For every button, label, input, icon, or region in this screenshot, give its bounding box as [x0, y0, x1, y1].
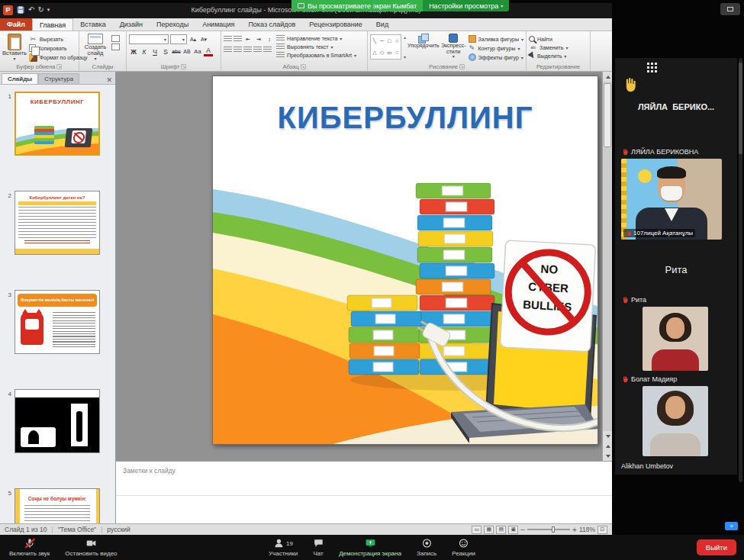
panel-scrollbar-thumb[interactable] — [739, 63, 742, 154]
tab-transitions[interactable]: Переходы — [150, 18, 195, 31]
replace-button[interactable]: abЗаменить▾ — [529, 43, 588, 51]
notes-pane[interactable]: Заметки к слайду — [116, 461, 612, 523]
panel-close-icon[interactable]: ✕ — [106, 76, 112, 84]
stop-video-button[interactable]: Остановить видео — [57, 535, 124, 560]
scroll-up-icon[interactable] — [603, 72, 612, 82]
slide-thumbnail-3[interactable]: 3 Әлеуметтік желінің басты мәселесі — [0, 290, 116, 357]
tab-view[interactable]: Вид — [369, 18, 395, 31]
share-screen-button[interactable]: Демонстрация экрана — [331, 535, 409, 560]
video-tile-woman-red[interactable] — [643, 307, 708, 371]
zoom-in-button[interactable]: + — [572, 526, 577, 534]
slideshow-button[interactable]: ▣ — [508, 526, 518, 534]
reading-view-button[interactable]: ▤ — [496, 526, 506, 534]
thumb1-no-cyber-sign — [71, 130, 86, 143]
slide-thumbnail-2[interactable]: 2 Кибербуллинг деген не? — [0, 191, 116, 258]
change-case-button[interactable]: Аа — [193, 47, 202, 56]
font-dialog-launcher[interactable]: ↘ — [181, 64, 186, 69]
shape-outline-button[interactable]: ✎Контур фигуры▾ — [469, 44, 523, 52]
zoom-slider-thumb[interactable] — [552, 526, 555, 533]
vertical-scrollbar[interactable] — [602, 72, 612, 461]
normal-view-button[interactable]: ▭ — [472, 526, 482, 534]
shrink-font-button[interactable]: А▾ — [199, 34, 208, 44]
align-right-icon[interactable] — [243, 47, 252, 53]
slide-title[interactable]: КИБЕРБУЛЛИНГ — [213, 101, 597, 135]
zoom-percentage[interactable]: 118% — [579, 526, 595, 533]
grow-font-button[interactable]: А▴ — [188, 34, 198, 44]
shapes-gallery[interactable]: ╲─□○△◇▭☆ — [370, 34, 401, 60]
paste-button[interactable]: Вставить ▾ — [2, 33, 27, 62]
slide-sorter-button[interactable]: ▦ — [484, 526, 494, 534]
font-color-button[interactable]: А — [204, 47, 213, 56]
clipboard-dialog-launcher[interactable]: ↘ — [56, 64, 62, 69]
new-slide-button[interactable]: Создать слайд ▾ — [82, 33, 109, 62]
tab-insert[interactable]: Вставка — [73, 18, 112, 31]
smartart-button[interactable]: Преобразовать в SmartArt▾ — [276, 52, 356, 59]
zoom-slider[interactable] — [527, 529, 570, 530]
thumb1-title: КИБЕРБУЛЛИНГ — [16, 98, 98, 105]
video-tile-woman-grey[interactable] — [643, 386, 708, 456]
drawing-dialog-launcher[interactable]: ↘ — [459, 64, 465, 69]
find-button[interactable]: Найти — [529, 36, 588, 42]
tab-slides-panel[interactable]: Слайды — [2, 73, 38, 84]
text-shadow-button[interactable]: S — [161, 47, 170, 56]
quick-styles-button[interactable]: Экспресс-стили ▾ — [441, 33, 466, 62]
reactions-button[interactable]: Реакции — [444, 535, 483, 560]
shape-fill-button[interactable]: Заливка фигуры▾ — [469, 35, 523, 43]
tab-animation[interactable]: Анимация — [195, 18, 241, 31]
underline-button[interactable]: Ч — [150, 47, 159, 56]
reset-button[interactable] — [111, 35, 120, 42]
italic-button[interactable]: К — [140, 47, 149, 56]
align-left-icon[interactable] — [224, 47, 232, 53]
view-settings-button[interactable]: Настройки просмотра ▾ — [423, 0, 509, 11]
arrange-button[interactable]: Упорядочить — [408, 33, 439, 62]
bold-button[interactable]: Ж — [129, 47, 138, 56]
next-slide-button[interactable] — [603, 451, 612, 461]
section-button[interactable] — [111, 43, 120, 50]
text-direction-button[interactable]: Направление текста▾ — [276, 35, 356, 42]
shape-effects-button[interactable]: Эффекты фигур▾ — [469, 53, 523, 61]
video-tile-teacher[interactable]: 107лицей Ақатанұлы — [621, 159, 722, 240]
slide-canvas[interactable]: NO CYBER BULLIES — [212, 76, 598, 445]
tab-slideshow[interactable]: Показ слайдов — [241, 18, 302, 31]
paragraph-dialog-launcher[interactable]: ↘ — [301, 64, 306, 69]
align-center-icon[interactable] — [234, 47, 242, 53]
previous-slide-button[interactable] — [603, 441, 612, 451]
video-off-participant-name[interactable]: Рита — [615, 264, 737, 275]
shapes-gallery-scroll[interactable]: ▴▾ — [404, 34, 406, 60]
line-spacing-icon[interactable]: ↕ — [265, 34, 274, 44]
select-button[interactable]: Выделить▾ — [529, 53, 588, 59]
zoom-floating-control[interactable] — [720, 3, 740, 15]
font-size-select[interactable]: ▾ — [170, 34, 187, 44]
decrease-indent-icon[interactable]: ⇤ — [243, 34, 253, 44]
slide-thumbnail-4[interactable]: 4 — [0, 389, 116, 456]
tab-review[interactable]: Рецензирование — [302, 18, 369, 31]
bullets-icon[interactable] — [224, 36, 232, 43]
increase-indent-icon[interactable]: ⇥ — [254, 34, 263, 44]
font-name-select[interactable]: ▾ — [129, 34, 169, 44]
character-spacing-button[interactable]: АВ — [182, 47, 192, 56]
gallery-view-icon[interactable] — [647, 63, 657, 72]
zoom-out-button[interactable]: − — [520, 526, 525, 534]
leave-button[interactable]: Выйти — [697, 539, 736, 555]
slide-thumbnail-1[interactable]: 1 КИБЕРБУЛЛИНГ — [0, 92, 116, 159]
align-text-button[interactable]: Выровнять текст▾ — [276, 43, 356, 50]
fit-to-window-button[interactable]: ⊡ — [597, 526, 607, 534]
chat-button[interactable]: Чат — [305, 535, 331, 560]
justify-icon[interactable] — [253, 47, 262, 53]
scroll-indicator-button[interactable]: ≡ — [725, 522, 738, 530]
strikethrough-button[interactable]: abc — [172, 47, 181, 56]
tab-home[interactable]: Главная — [32, 18, 73, 31]
tab-design[interactable]: Дизайн — [113, 18, 150, 31]
scrollbar-thumb[interactable] — [604, 83, 611, 147]
tab-file[interactable]: Файл — [0, 18, 32, 31]
numbering-icon[interactable] — [234, 36, 242, 43]
participants-button[interactable]: 19 Участники — [261, 535, 305, 560]
language-indicator[interactable]: русский — [107, 526, 130, 533]
slide-thumbnail-5[interactable]: 5 Соңы не болуы мүмкін: — [0, 488, 116, 523]
panel-scrollbar[interactable] — [739, 58, 742, 482]
scroll-down-icon[interactable] — [603, 431, 612, 441]
record-button[interactable]: Запись — [409, 535, 444, 560]
unmute-button[interactable]: Включить звук — [2, 535, 57, 560]
columns-icon[interactable] — [263, 47, 272, 53]
tab-outline-panel[interactable]: Структура — [38, 73, 79, 84]
